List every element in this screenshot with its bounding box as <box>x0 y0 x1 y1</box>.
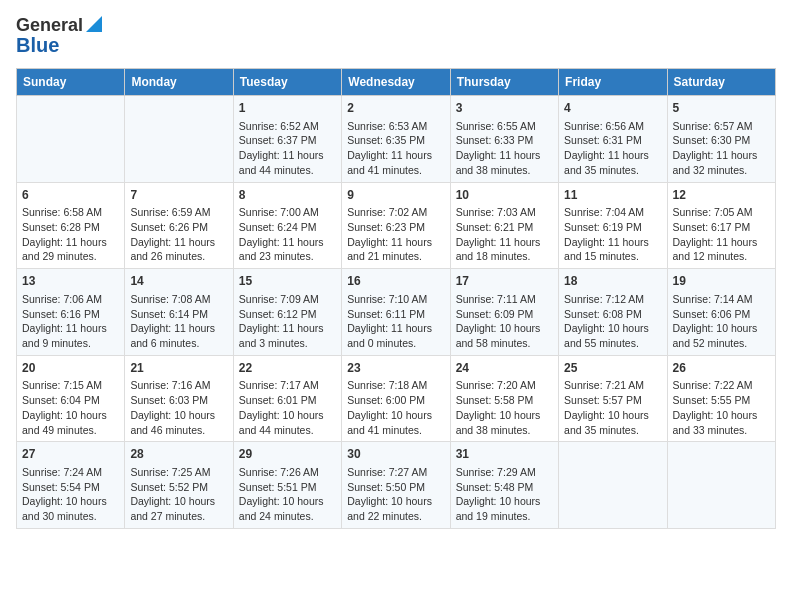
day-number: 19 <box>673 273 770 290</box>
day-info: Sunrise: 7:05 AM Sunset: 6:17 PM Dayligh… <box>673 205 770 264</box>
day-info: Sunrise: 7:03 AM Sunset: 6:21 PM Dayligh… <box>456 205 553 264</box>
day-number: 10 <box>456 187 553 204</box>
day-info: Sunrise: 7:22 AM Sunset: 5:55 PM Dayligh… <box>673 378 770 437</box>
calendar-cell: 28Sunrise: 7:25 AM Sunset: 5:52 PM Dayli… <box>125 442 233 529</box>
day-number: 16 <box>347 273 444 290</box>
day-number: 27 <box>22 446 119 463</box>
day-number: 20 <box>22 360 119 377</box>
calendar-cell: 15Sunrise: 7:09 AM Sunset: 6:12 PM Dayli… <box>233 269 341 356</box>
day-number: 5 <box>673 100 770 117</box>
calendar-cell: 26Sunrise: 7:22 AM Sunset: 5:55 PM Dayli… <box>667 355 775 442</box>
day-info: Sunrise: 6:52 AM Sunset: 6:37 PM Dayligh… <box>239 119 336 178</box>
calendar-table: SundayMondayTuesdayWednesdayThursdayFrid… <box>16 68 776 529</box>
calendar-cell: 22Sunrise: 7:17 AM Sunset: 6:01 PM Dayli… <box>233 355 341 442</box>
day-info: Sunrise: 7:09 AM Sunset: 6:12 PM Dayligh… <box>239 292 336 351</box>
calendar-cell: 1Sunrise: 6:52 AM Sunset: 6:37 PM Daylig… <box>233 96 341 183</box>
day-info: Sunrise: 7:02 AM Sunset: 6:23 PM Dayligh… <box>347 205 444 264</box>
day-info: Sunrise: 6:58 AM Sunset: 6:28 PM Dayligh… <box>22 205 119 264</box>
calendar-week-row: 6Sunrise: 6:58 AM Sunset: 6:28 PM Daylig… <box>17 182 776 269</box>
day-number: 25 <box>564 360 661 377</box>
calendar-cell: 29Sunrise: 7:26 AM Sunset: 5:51 PM Dayli… <box>233 442 341 529</box>
calendar-cell: 30Sunrise: 7:27 AM Sunset: 5:50 PM Dayli… <box>342 442 450 529</box>
day-number: 7 <box>130 187 227 204</box>
calendar-cell: 25Sunrise: 7:21 AM Sunset: 5:57 PM Dayli… <box>559 355 667 442</box>
day-info: Sunrise: 7:26 AM Sunset: 5:51 PM Dayligh… <box>239 465 336 524</box>
calendar-cell: 6Sunrise: 6:58 AM Sunset: 6:28 PM Daylig… <box>17 182 125 269</box>
col-header-wednesday: Wednesday <box>342 69 450 96</box>
day-number: 31 <box>456 446 553 463</box>
day-info: Sunrise: 7:11 AM Sunset: 6:09 PM Dayligh… <box>456 292 553 351</box>
calendar-cell: 10Sunrise: 7:03 AM Sunset: 6:21 PM Dayli… <box>450 182 558 269</box>
calendar-week-row: 20Sunrise: 7:15 AM Sunset: 6:04 PM Dayli… <box>17 355 776 442</box>
calendar-week-row: 27Sunrise: 7:24 AM Sunset: 5:54 PM Dayli… <box>17 442 776 529</box>
calendar-cell: 8Sunrise: 7:00 AM Sunset: 6:24 PM Daylig… <box>233 182 341 269</box>
day-number: 12 <box>673 187 770 204</box>
day-info: Sunrise: 6:55 AM Sunset: 6:33 PM Dayligh… <box>456 119 553 178</box>
day-number: 9 <box>347 187 444 204</box>
day-info: Sunrise: 7:15 AM Sunset: 6:04 PM Dayligh… <box>22 378 119 437</box>
day-number: 14 <box>130 273 227 290</box>
day-info: Sunrise: 7:21 AM Sunset: 5:57 PM Dayligh… <box>564 378 661 437</box>
logo-triangle-icon <box>86 16 102 36</box>
day-info: Sunrise: 7:29 AM Sunset: 5:48 PM Dayligh… <box>456 465 553 524</box>
day-info: Sunrise: 7:00 AM Sunset: 6:24 PM Dayligh… <box>239 205 336 264</box>
day-number: 13 <box>22 273 119 290</box>
day-number: 4 <box>564 100 661 117</box>
col-header-friday: Friday <box>559 69 667 96</box>
logo: General Blue <box>16 16 102 56</box>
calendar-cell: 11Sunrise: 7:04 AM Sunset: 6:19 PM Dayli… <box>559 182 667 269</box>
calendar-cell: 13Sunrise: 7:06 AM Sunset: 6:16 PM Dayli… <box>17 269 125 356</box>
calendar-cell: 16Sunrise: 7:10 AM Sunset: 6:11 PM Dayli… <box>342 269 450 356</box>
calendar-cell <box>17 96 125 183</box>
calendar-cell: 7Sunrise: 6:59 AM Sunset: 6:26 PM Daylig… <box>125 182 233 269</box>
page-header: General Blue <box>16 16 776 56</box>
day-info: Sunrise: 7:24 AM Sunset: 5:54 PM Dayligh… <box>22 465 119 524</box>
calendar-cell <box>559 442 667 529</box>
day-number: 17 <box>456 273 553 290</box>
calendar-week-row: 13Sunrise: 7:06 AM Sunset: 6:16 PM Dayli… <box>17 269 776 356</box>
calendar-header-row: SundayMondayTuesdayWednesdayThursdayFrid… <box>17 69 776 96</box>
logo-text-blue: Blue <box>16 34 59 56</box>
day-info: Sunrise: 6:57 AM Sunset: 6:30 PM Dayligh… <box>673 119 770 178</box>
day-info: Sunrise: 7:14 AM Sunset: 6:06 PM Dayligh… <box>673 292 770 351</box>
calendar-cell: 21Sunrise: 7:16 AM Sunset: 6:03 PM Dayli… <box>125 355 233 442</box>
day-number: 21 <box>130 360 227 377</box>
calendar-week-row: 1Sunrise: 6:52 AM Sunset: 6:37 PM Daylig… <box>17 96 776 183</box>
day-info: Sunrise: 6:56 AM Sunset: 6:31 PM Dayligh… <box>564 119 661 178</box>
day-info: Sunrise: 7:18 AM Sunset: 6:00 PM Dayligh… <box>347 378 444 437</box>
day-info: Sunrise: 6:59 AM Sunset: 6:26 PM Dayligh… <box>130 205 227 264</box>
calendar-cell: 19Sunrise: 7:14 AM Sunset: 6:06 PM Dayli… <box>667 269 775 356</box>
day-number: 6 <box>22 187 119 204</box>
day-number: 24 <box>456 360 553 377</box>
calendar-cell <box>667 442 775 529</box>
day-number: 3 <box>456 100 553 117</box>
calendar-cell: 5Sunrise: 6:57 AM Sunset: 6:30 PM Daylig… <box>667 96 775 183</box>
day-number: 11 <box>564 187 661 204</box>
day-number: 28 <box>130 446 227 463</box>
col-header-sunday: Sunday <box>17 69 125 96</box>
calendar-cell: 12Sunrise: 7:05 AM Sunset: 6:17 PM Dayli… <box>667 182 775 269</box>
col-header-thursday: Thursday <box>450 69 558 96</box>
col-header-monday: Monday <box>125 69 233 96</box>
calendar-cell: 2Sunrise: 6:53 AM Sunset: 6:35 PM Daylig… <box>342 96 450 183</box>
calendar-cell <box>125 96 233 183</box>
day-number: 18 <box>564 273 661 290</box>
day-info: Sunrise: 7:25 AM Sunset: 5:52 PM Dayligh… <box>130 465 227 524</box>
day-info: Sunrise: 7:20 AM Sunset: 5:58 PM Dayligh… <box>456 378 553 437</box>
calendar-cell: 24Sunrise: 7:20 AM Sunset: 5:58 PM Dayli… <box>450 355 558 442</box>
day-info: Sunrise: 7:12 AM Sunset: 6:08 PM Dayligh… <box>564 292 661 351</box>
col-header-tuesday: Tuesday <box>233 69 341 96</box>
calendar-cell: 4Sunrise: 6:56 AM Sunset: 6:31 PM Daylig… <box>559 96 667 183</box>
day-info: Sunrise: 7:04 AM Sunset: 6:19 PM Dayligh… <box>564 205 661 264</box>
day-info: Sunrise: 7:08 AM Sunset: 6:14 PM Dayligh… <box>130 292 227 351</box>
logo-text-general: General <box>16 16 83 36</box>
day-number: 2 <box>347 100 444 117</box>
day-number: 29 <box>239 446 336 463</box>
calendar-cell: 27Sunrise: 7:24 AM Sunset: 5:54 PM Dayli… <box>17 442 125 529</box>
day-number: 8 <box>239 187 336 204</box>
day-number: 22 <box>239 360 336 377</box>
calendar-cell: 31Sunrise: 7:29 AM Sunset: 5:48 PM Dayli… <box>450 442 558 529</box>
calendar-cell: 9Sunrise: 7:02 AM Sunset: 6:23 PM Daylig… <box>342 182 450 269</box>
calendar-cell: 20Sunrise: 7:15 AM Sunset: 6:04 PM Dayli… <box>17 355 125 442</box>
day-number: 23 <box>347 360 444 377</box>
